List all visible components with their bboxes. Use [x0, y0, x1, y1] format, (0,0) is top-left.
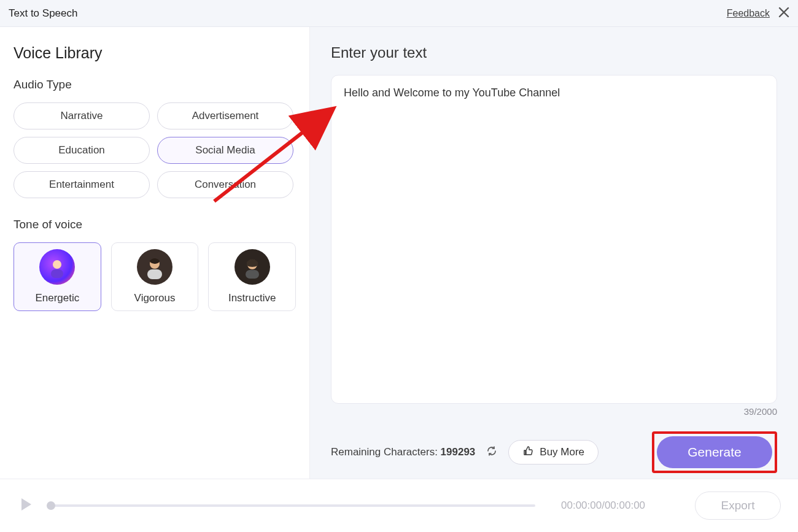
header: Text to Speech Feedback — [0, 0, 798, 27]
export-button[interactable]: Export — [695, 492, 781, 520]
editor-footer: Remaining Characters: 199293 Buy More Ge… — [331, 431, 777, 473]
refresh-icon[interactable] — [486, 445, 497, 460]
voice-name: Vigorous — [134, 292, 176, 304]
thumbs-up-icon — [522, 445, 533, 460]
remaining-value: 199293 — [441, 446, 476, 458]
feedback-link[interactable]: Feedback — [727, 8, 770, 19]
close-icon[interactable] — [778, 7, 789, 20]
audio-type-entertainment[interactable]: Entertainment — [14, 171, 150, 198]
sidebar-title: Voice Library — [14, 44, 296, 62]
audio-type-advertisement[interactable]: Advertisement — [157, 102, 293, 129]
voice-name: Instructive — [228, 292, 276, 304]
avatar-icon — [234, 249, 270, 285]
audio-type-conversation[interactable]: Conversation — [157, 171, 293, 198]
generate-highlight: Generate — [652, 431, 777, 473]
app-title: Text to Speech — [9, 7, 77, 20]
remaining-label: Remaining Characters: 199293 — [331, 446, 475, 458]
svg-rect-1 — [51, 269, 63, 278]
voice-name: Energetic — [35, 292, 79, 304]
progress-track[interactable] — [48, 504, 535, 507]
voice-library-panel: Voice Library Audio Type Narrative Adver… — [0, 27, 310, 479]
editor-panel: Enter your text 39/2000 Remaining Charac… — [310, 27, 798, 479]
voice-grid: Energetic Vigorous Instructive — [14, 242, 296, 311]
char-count: 39/2000 — [331, 406, 777, 417]
svg-rect-5 — [246, 270, 259, 279]
generate-button[interactable]: Generate — [657, 436, 772, 468]
main: Voice Library Audio Type Narrative Adver… — [0, 27, 798, 479]
timestamp: 00:00:00/00:00:00 — [561, 499, 645, 512]
audio-type-education[interactable]: Education — [14, 137, 150, 164]
voice-vigorous[interactable]: Vigorous — [111, 242, 199, 311]
remaining-label-text: Remaining Characters: — [331, 446, 438, 458]
svg-point-0 — [53, 260, 61, 269]
voice-instructive[interactable]: Instructive — [208, 242, 296, 311]
tone-of-voice-label: Tone of voice — [14, 218, 296, 231]
player-bar: 00:00:00/00:00:00 Export — [0, 479, 798, 532]
text-input[interactable] — [331, 75, 777, 404]
audio-type-social-media[interactable]: Social Media — [157, 137, 293, 164]
avatar-icon — [137, 249, 172, 285]
buy-more-button[interactable]: Buy More — [508, 440, 598, 465]
progress-thumb[interactable] — [47, 501, 55, 510]
editor-heading: Enter your text — [331, 44, 777, 61]
voice-energetic[interactable]: Energetic — [14, 242, 101, 311]
buy-more-label: Buy More — [540, 446, 584, 458]
audio-type-narrative[interactable]: Narrative — [14, 102, 150, 129]
audio-type-grid: Narrative Advertisement Education Social… — [14, 102, 296, 198]
header-actions: Feedback — [727, 7, 789, 20]
audio-type-label: Audio Type — [14, 78, 296, 91]
avatar-icon — [39, 249, 75, 285]
svg-rect-3 — [147, 269, 162, 279]
play-icon[interactable] — [17, 496, 34, 515]
